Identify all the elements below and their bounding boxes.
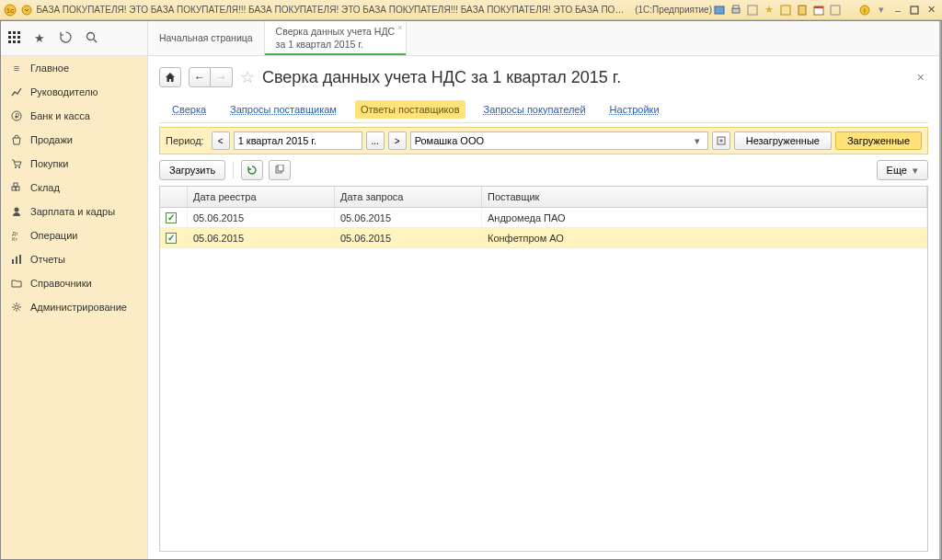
favorites-icon[interactable]: ★ bbox=[762, 3, 776, 17]
svg-rect-30 bbox=[12, 187, 16, 190]
more-button[interactable]: Еще ▾ bbox=[877, 160, 928, 180]
column-supplier[interactable]: Поставщик bbox=[482, 187, 927, 207]
svg-rect-15 bbox=[8, 31, 11, 34]
person-icon bbox=[10, 205, 23, 218]
organization-value: Ромашка ООО bbox=[415, 135, 484, 146]
ruble-icon: ₽ bbox=[10, 109, 23, 122]
home-button[interactable] bbox=[159, 67, 181, 87]
toolbar-icon-5[interactable] bbox=[778, 3, 793, 17]
filter-unloaded[interactable]: Незагруженные bbox=[734, 131, 832, 150]
svg-rect-5 bbox=[733, 6, 739, 8]
content-topbar: ← → ☆ Сверка данных учета НДС за 1 кварт… bbox=[159, 67, 928, 87]
sidebar-item-sales[interactable]: Продажи bbox=[1, 128, 147, 152]
svg-rect-21 bbox=[8, 40, 11, 43]
period-prev-button[interactable]: < bbox=[212, 131, 230, 150]
period-label: Период: bbox=[166, 135, 204, 146]
tab-label-line2: за 1 квартал 2015 г. bbox=[276, 39, 396, 51]
info-icon[interactable]: i bbox=[857, 3, 872, 17]
print-icon[interactable] bbox=[729, 3, 743, 17]
chevron-down-icon[interactable]: ▾ bbox=[874, 3, 889, 17]
svg-rect-17 bbox=[17, 31, 20, 34]
checkbox-icon[interactable] bbox=[166, 233, 177, 244]
period-input[interactable]: 1 квартал 2015 г. bbox=[234, 131, 362, 150]
table-row[interactable]: 05.06.2015 05.06.2015 Конфетпром АО bbox=[160, 228, 927, 248]
period-next-button[interactable]: > bbox=[388, 131, 407, 150]
organization-input[interactable]: Ромашка ООО ▾ bbox=[410, 131, 708, 150]
load-button[interactable]: Загрузить bbox=[159, 160, 225, 180]
action-more: Еще ▾ bbox=[877, 160, 928, 180]
sidebar-item-operations[interactable]: ДтКтОперации bbox=[1, 223, 147, 247]
filter-loaded[interactable]: Загруженные bbox=[835, 131, 922, 150]
sidebar-item-admin[interactable]: Администрирование bbox=[1, 295, 147, 319]
row-checkbox-cell[interactable] bbox=[160, 208, 188, 227]
sidebar-nav: ≡Главное Руководителю ₽Банк и касса Прод… bbox=[1, 56, 147, 559]
copy-button[interactable] bbox=[269, 160, 291, 180]
forward-button[interactable]: → bbox=[211, 67, 233, 87]
sidebar-item-bank[interactable]: ₽Банк и касса bbox=[1, 104, 147, 128]
toolbar-icon-8[interactable] bbox=[828, 3, 843, 17]
tab-label-line1: Сверка данных учета НДС bbox=[276, 26, 396, 39]
svg-rect-20 bbox=[17, 36, 20, 39]
column-request-date[interactable]: Дата запроса bbox=[335, 187, 482, 207]
sidebar-item-warehouse[interactable]: Склад bbox=[1, 176, 147, 200]
minimize-button[interactable]: – bbox=[890, 3, 905, 17]
tab-sverka[interactable]: Сверка данных учета НДС за 1 квартал 201… bbox=[265, 21, 408, 55]
back-button[interactable]: ← bbox=[189, 67, 211, 87]
checkbox-icon[interactable] bbox=[166, 212, 177, 223]
subtab-zaprosy-pokup[interactable]: Запросы покупателей bbox=[478, 100, 592, 119]
toolbar-icon-1[interactable] bbox=[712, 3, 727, 17]
subtab-otvety-post[interactable]: Ответы поставщиков bbox=[355, 100, 465, 119]
sidebar-item-reports[interactable]: Отчеты bbox=[1, 247, 147, 271]
period-bar: Период: < 1 квартал 2015 г. ... > Ромашк… bbox=[159, 127, 928, 154]
svg-rect-19 bbox=[13, 36, 16, 39]
calculator-icon[interactable] bbox=[795, 3, 810, 17]
maximize-button[interactable] bbox=[907, 3, 922, 17]
close-button[interactable]: ✕ bbox=[924, 3, 938, 17]
operations-icon: ДтКт bbox=[10, 229, 23, 242]
search-icon[interactable] bbox=[78, 31, 104, 46]
toolbar-icon-3[interactable] bbox=[745, 3, 760, 17]
favorite-star-icon[interactable]: ☆ bbox=[240, 67, 255, 87]
bag-icon bbox=[10, 133, 23, 146]
sidebar-item-main[interactable]: ≡Главное bbox=[1, 56, 147, 80]
panel-close-icon[interactable]: × bbox=[913, 70, 928, 85]
sidebar-item-payroll[interactable]: Зарплата и кадры bbox=[1, 200, 147, 223]
tab-home[interactable]: Начальная страница bbox=[148, 21, 265, 55]
row-checkbox-cell[interactable] bbox=[160, 228, 188, 247]
sidebar-item-label: Главное bbox=[30, 63, 69, 74]
subtab-nastroiki[interactable]: Настройки bbox=[604, 100, 665, 119]
refresh-button[interactable] bbox=[241, 160, 263, 180]
sidebar-item-directories[interactable]: Справочники bbox=[1, 271, 147, 295]
sidebar-item-purchases[interactable]: Покупки bbox=[1, 152, 147, 176]
cell-request-date: 05.06.2015 bbox=[335, 228, 482, 247]
org-dropdown-icon[interactable]: ▾ bbox=[691, 135, 704, 147]
folder-icon bbox=[10, 277, 23, 290]
apps-icon[interactable] bbox=[1, 31, 27, 46]
grid-body[interactable]: 05.06.2015 05.06.2015 Андромеда ПАО 05.0… bbox=[160, 208, 927, 551]
right-pane: Начальная страница Сверка данных учета Н… bbox=[148, 21, 941, 559]
table-row[interactable]: 05.06.2015 05.06.2015 Андромеда ПАО bbox=[160, 208, 927, 228]
column-checkbox[interactable] bbox=[160, 187, 188, 207]
history-icon[interactable] bbox=[52, 31, 78, 46]
svg-point-39 bbox=[15, 305, 18, 309]
svg-rect-37 bbox=[16, 257, 17, 264]
sidebar-item-label: Администрирование bbox=[30, 302, 127, 313]
subtab-zaprosy-post[interactable]: Запросы поставщикам bbox=[224, 100, 342, 119]
sidebar-item-label: Отчеты bbox=[30, 254, 65, 265]
svg-rect-18 bbox=[8, 36, 11, 39]
tab-close-icon[interactable]: × bbox=[397, 23, 402, 34]
window-titlebar: 1c БАЗА ПОКУПАТЕЛЯ! ЭТО БАЗА ПОКУПАТЕЛЯ!… bbox=[0, 0, 942, 20]
star-icon[interactable]: ★ bbox=[27, 31, 52, 45]
sidebar-item-label: Операции bbox=[30, 230, 77, 241]
sidebar-item-manager[interactable]: Руководителю bbox=[1, 80, 147, 104]
subtab-sverka[interactable]: Сверка bbox=[167, 100, 212, 119]
org-open-button[interactable] bbox=[712, 131, 730, 150]
column-registry-date[interactable]: Дата реестра bbox=[188, 187, 335, 207]
cart-icon bbox=[10, 157, 23, 170]
dropdown-icon[interactable] bbox=[20, 4, 32, 17]
period-picker-button[interactable]: ... bbox=[366, 131, 385, 150]
sidebar-item-label: Продажи bbox=[30, 134, 73, 145]
calendar-icon[interactable] bbox=[811, 3, 826, 17]
svg-text:1c: 1c bbox=[6, 6, 14, 15]
chevron-down-icon: ▾ bbox=[913, 165, 918, 177]
